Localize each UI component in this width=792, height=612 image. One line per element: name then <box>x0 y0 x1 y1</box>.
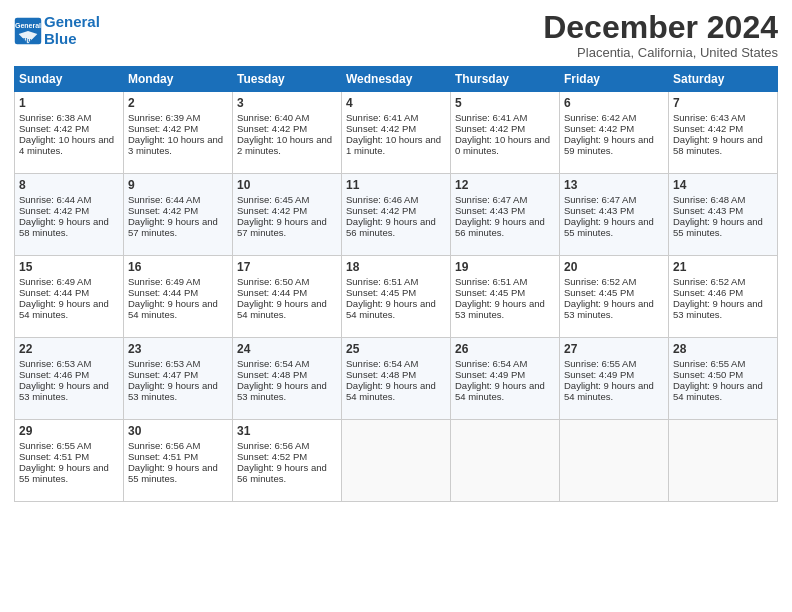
calendar-cell: 3Sunrise: 6:40 AMSunset: 4:42 PMDaylight… <box>233 92 342 174</box>
daylight-text: Daylight: 10 hours and 3 minutes. <box>128 134 223 156</box>
sunrise-text: Sunrise: 6:52 AM <box>564 276 636 287</box>
daylight-text: Daylight: 9 hours and 54 minutes. <box>455 380 545 402</box>
calendar-cell: 1Sunrise: 6:38 AMSunset: 4:42 PMDaylight… <box>15 92 124 174</box>
daylight-text: Daylight: 9 hours and 57 minutes. <box>128 216 218 238</box>
sunset-text: Sunset: 4:44 PM <box>128 287 198 298</box>
calendar-cell <box>342 420 451 502</box>
col-header-tuesday: Tuesday <box>233 67 342 92</box>
sunrise-text: Sunrise: 6:39 AM <box>128 112 200 123</box>
calendar-cell: 31Sunrise: 6:56 AMSunset: 4:52 PMDayligh… <box>233 420 342 502</box>
col-header-thursday: Thursday <box>451 67 560 92</box>
calendar-cell: 23Sunrise: 6:53 AMSunset: 4:47 PMDayligh… <box>124 338 233 420</box>
daylight-text: Daylight: 9 hours and 54 minutes. <box>128 298 218 320</box>
day-number: 10 <box>237 178 337 192</box>
day-number: 31 <box>237 424 337 438</box>
sunrise-text: Sunrise: 6:47 AM <box>564 194 636 205</box>
calendar-table: SundayMondayTuesdayWednesdayThursdayFrid… <box>14 66 778 502</box>
day-number: 8 <box>19 178 119 192</box>
calendar-cell <box>560 420 669 502</box>
week-row-4: 22Sunrise: 6:53 AMSunset: 4:46 PMDayligh… <box>15 338 778 420</box>
daylight-text: Daylight: 10 hours and 2 minutes. <box>237 134 332 156</box>
daylight-text: Daylight: 10 hours and 0 minutes. <box>455 134 550 156</box>
calendar-cell: 9Sunrise: 6:44 AMSunset: 4:42 PMDaylight… <box>124 174 233 256</box>
logo-line2: Blue <box>44 30 77 47</box>
sunset-text: Sunset: 4:51 PM <box>19 451 89 462</box>
calendar-cell: 16Sunrise: 6:49 AMSunset: 4:44 PMDayligh… <box>124 256 233 338</box>
daylight-text: Daylight: 9 hours and 54 minutes. <box>673 380 763 402</box>
sunset-text: Sunset: 4:45 PM <box>455 287 525 298</box>
day-number: 22 <box>19 342 119 356</box>
day-number: 6 <box>564 96 664 110</box>
daylight-text: Daylight: 9 hours and 56 minutes. <box>455 216 545 238</box>
sunset-text: Sunset: 4:49 PM <box>564 369 634 380</box>
sunset-text: Sunset: 4:42 PM <box>455 123 525 134</box>
sunset-text: Sunset: 4:42 PM <box>237 123 307 134</box>
calendar-cell: 28Sunrise: 6:55 AMSunset: 4:50 PMDayligh… <box>669 338 778 420</box>
daylight-text: Daylight: 9 hours and 59 minutes. <box>564 134 654 156</box>
sunset-text: Sunset: 4:49 PM <box>455 369 525 380</box>
calendar-cell: 22Sunrise: 6:53 AMSunset: 4:46 PMDayligh… <box>15 338 124 420</box>
sunset-text: Sunset: 4:42 PM <box>346 205 416 216</box>
header: General Blue General Blue December 2024 … <box>14 10 778 60</box>
sunrise-text: Sunrise: 6:45 AM <box>237 194 309 205</box>
daylight-text: Daylight: 9 hours and 54 minutes. <box>346 380 436 402</box>
day-number: 20 <box>564 260 664 274</box>
daylight-text: Daylight: 9 hours and 53 minutes. <box>455 298 545 320</box>
calendar-cell: 29Sunrise: 6:55 AMSunset: 4:51 PMDayligh… <box>15 420 124 502</box>
svg-text:Blue: Blue <box>21 35 35 42</box>
daylight-text: Daylight: 9 hours and 55 minutes. <box>128 462 218 484</box>
day-number: 16 <box>128 260 228 274</box>
daylight-text: Daylight: 10 hours and 1 minute. <box>346 134 441 156</box>
sunset-text: Sunset: 4:42 PM <box>128 123 198 134</box>
sunrise-text: Sunrise: 6:42 AM <box>564 112 636 123</box>
calendar-cell: 13Sunrise: 6:47 AMSunset: 4:43 PMDayligh… <box>560 174 669 256</box>
calendar-cell: 25Sunrise: 6:54 AMSunset: 4:48 PMDayligh… <box>342 338 451 420</box>
week-row-1: 1Sunrise: 6:38 AMSunset: 4:42 PMDaylight… <box>15 92 778 174</box>
sunrise-text: Sunrise: 6:50 AM <box>237 276 309 287</box>
daylight-text: Daylight: 9 hours and 54 minutes. <box>346 298 436 320</box>
daylight-text: Daylight: 9 hours and 54 minutes. <box>19 298 109 320</box>
day-number: 5 <box>455 96 555 110</box>
col-header-sunday: Sunday <box>15 67 124 92</box>
calendar-cell: 15Sunrise: 6:49 AMSunset: 4:44 PMDayligh… <box>15 256 124 338</box>
location: Placentia, California, United States <box>543 45 778 60</box>
calendar-cell: 2Sunrise: 6:39 AMSunset: 4:42 PMDaylight… <box>124 92 233 174</box>
day-number: 25 <box>346 342 446 356</box>
sunrise-text: Sunrise: 6:55 AM <box>564 358 636 369</box>
daylight-text: Daylight: 9 hours and 55 minutes. <box>19 462 109 484</box>
sunrise-text: Sunrise: 6:54 AM <box>455 358 527 369</box>
sunset-text: Sunset: 4:42 PM <box>346 123 416 134</box>
day-number: 29 <box>19 424 119 438</box>
header-row: SundayMondayTuesdayWednesdayThursdayFrid… <box>15 67 778 92</box>
sunset-text: Sunset: 4:43 PM <box>455 205 525 216</box>
week-row-5: 29Sunrise: 6:55 AMSunset: 4:51 PMDayligh… <box>15 420 778 502</box>
sunset-text: Sunset: 4:51 PM <box>128 451 198 462</box>
calendar-cell: 7Sunrise: 6:43 AMSunset: 4:42 PMDaylight… <box>669 92 778 174</box>
sunset-text: Sunset: 4:42 PM <box>237 205 307 216</box>
sunrise-text: Sunrise: 6:54 AM <box>237 358 309 369</box>
week-row-2: 8Sunrise: 6:44 AMSunset: 4:42 PMDaylight… <box>15 174 778 256</box>
logo-line1: General <box>44 13 100 30</box>
sunset-text: Sunset: 4:46 PM <box>19 369 89 380</box>
daylight-text: Daylight: 9 hours and 57 minutes. <box>237 216 327 238</box>
sunset-text: Sunset: 4:42 PM <box>673 123 743 134</box>
daylight-text: Daylight: 9 hours and 53 minutes. <box>673 298 763 320</box>
col-header-friday: Friday <box>560 67 669 92</box>
daylight-text: Daylight: 9 hours and 56 minutes. <box>346 216 436 238</box>
day-number: 12 <box>455 178 555 192</box>
day-number: 9 <box>128 178 228 192</box>
day-number: 19 <box>455 260 555 274</box>
sunset-text: Sunset: 4:46 PM <box>673 287 743 298</box>
sunset-text: Sunset: 4:42 PM <box>19 123 89 134</box>
logo-icon: General Blue <box>14 17 42 45</box>
sunrise-text: Sunrise: 6:55 AM <box>19 440 91 451</box>
daylight-text: Daylight: 10 hours and 4 minutes. <box>19 134 114 156</box>
sunrise-text: Sunrise: 6:46 AM <box>346 194 418 205</box>
sunrise-text: Sunrise: 6:56 AM <box>128 440 200 451</box>
sunrise-text: Sunrise: 6:51 AM <box>455 276 527 287</box>
sunset-text: Sunset: 4:42 PM <box>19 205 89 216</box>
day-number: 26 <box>455 342 555 356</box>
day-number: 14 <box>673 178 773 192</box>
sunrise-text: Sunrise: 6:49 AM <box>19 276 91 287</box>
daylight-text: Daylight: 9 hours and 58 minutes. <box>19 216 109 238</box>
